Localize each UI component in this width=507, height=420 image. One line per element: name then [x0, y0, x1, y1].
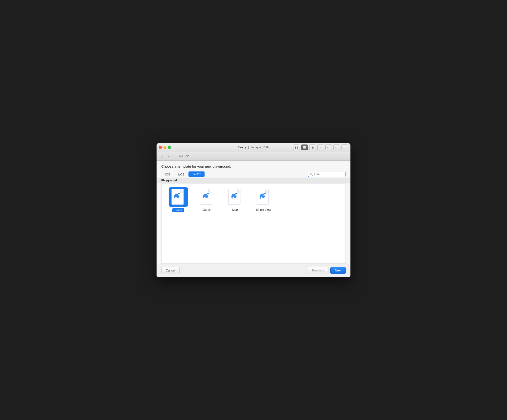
dialog: Choose a template for your new playgroun…: [156, 161, 351, 277]
tabs-bar: iOS tvOS macOS 🔍: [156, 171, 351, 178]
blank-doc-icon: [171, 189, 185, 205]
forward-nav-icon[interactable]: ›: [172, 154, 177, 159]
close-button[interactable]: [159, 146, 162, 149]
single-view-icon-wrapper: [254, 187, 273, 207]
dialog-title: Choose a template for your new playgroun…: [156, 161, 351, 171]
traffic-lights: [159, 146, 171, 149]
filter-input[interactable]: [314, 173, 344, 176]
cancel-button[interactable]: Cancel: [161, 267, 180, 274]
game-label: Game: [203, 208, 211, 211]
single-view-doc-icon: [256, 189, 271, 205]
next-button[interactable]: Next: [330, 267, 346, 274]
template-grid: Blank Game: [161, 183, 346, 264]
navigation-buttons: Previous Next: [308, 267, 346, 274]
layout1-btn[interactable]: ▭: [325, 145, 332, 150]
game-icon-wrapper: [197, 187, 216, 207]
window: Ready | Today at 16:08 { } ☰ ⊕ ← ▭ ▭ ▭ ⊞…: [156, 143, 351, 277]
section-label: Playground: [161, 179, 177, 182]
title-time: Today at 16:08: [251, 146, 270, 149]
layout2-btn[interactable]: ▭: [333, 145, 340, 150]
game-doc-icon: [200, 189, 214, 205]
layout3-btn[interactable]: ▭: [341, 145, 348, 150]
previous-button[interactable]: Previous: [308, 267, 329, 274]
single-view-label: Single View: [256, 208, 271, 211]
minimize-button[interactable]: [163, 146, 167, 149]
tab-ios[interactable]: iOS: [161, 171, 174, 178]
secondary-toolbar: ⊞ ‹ › No Sele: [156, 152, 351, 161]
map-icon-wrapper: [225, 187, 245, 207]
back-nav-icon[interactable]: ‹: [166, 154, 171, 159]
selection-label: No Sele: [179, 154, 190, 158]
titlebar-center: Ready | Today at 16:08: [238, 145, 270, 149]
back-btn[interactable]: ←: [317, 145, 324, 150]
assistant-btn[interactable]: ⊕: [309, 145, 316, 150]
filter-icon: 🔍: [310, 173, 313, 176]
status-label: Ready: [238, 146, 246, 149]
tab-tvos[interactable]: tvOS: [174, 171, 189, 178]
template-game[interactable]: Game: [194, 187, 220, 211]
template-single-view[interactable]: Single View: [250, 187, 276, 211]
maximize-button[interactable]: [168, 146, 171, 149]
titlebar-right: { } ☰ ⊕ ← ▭ ▭ ▭: [293, 145, 348, 150]
title-divider: |: [248, 145, 249, 149]
template-map[interactable]: Map: [222, 187, 248, 211]
titlebar: Ready | Today at 16:08 { } ☰ ⊕ ← ▭ ▭ ▭: [156, 143, 351, 152]
section-header: Playground: [156, 178, 351, 183]
map-label: Map: [232, 208, 238, 211]
dialog-footer: Cancel Previous Next: [156, 264, 351, 277]
template-items: Blank Game: [162, 183, 345, 216]
blank-label: Blank: [172, 208, 184, 212]
tab-macos[interactable]: macOS: [189, 171, 204, 177]
code-btn[interactable]: { }: [293, 145, 300, 150]
map-doc-icon: [228, 189, 242, 205]
template-blank[interactable]: Blank: [165, 187, 191, 212]
blank-icon-wrapper: [169, 187, 188, 207]
editor-btn[interactable]: ☰: [301, 145, 308, 150]
grid-icon[interactable]: ⊞: [159, 153, 165, 159]
filter-box: 🔍: [308, 172, 346, 177]
tab-container: iOS tvOS macOS: [161, 171, 308, 178]
